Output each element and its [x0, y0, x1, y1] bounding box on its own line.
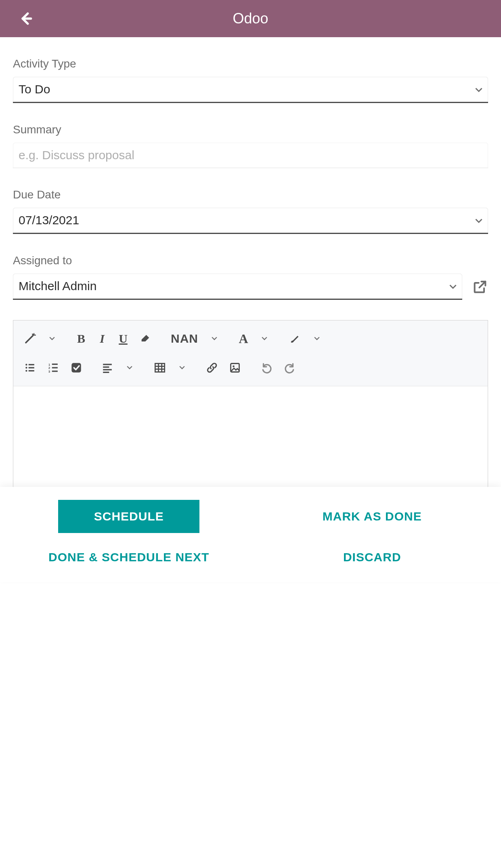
redo-icon[interactable]: [278, 357, 302, 379]
unordered-list-icon[interactable]: [18, 357, 42, 379]
svg-point-4: [25, 370, 27, 371]
app-header: Odoo: [0, 0, 501, 37]
svg-rect-12: [71, 363, 81, 372]
svg-rect-11: [52, 371, 58, 372]
due-date-select[interactable]: 07/13/2021: [13, 208, 488, 234]
svg-rect-1: [29, 364, 34, 365]
assigned-to-label: Assigned to: [13, 254, 488, 267]
italic-icon[interactable]: I: [92, 328, 113, 350]
link-icon[interactable]: [201, 357, 223, 379]
svg-point-0: [25, 364, 27, 365]
svg-text:3: 3: [48, 370, 50, 373]
svg-rect-3: [29, 367, 34, 368]
page-title: Odoo: [233, 10, 268, 27]
chevron-down-icon[interactable]: [204, 328, 225, 350]
magic-wand-icon[interactable]: [18, 328, 42, 350]
schedule-button[interactable]: SCHEDULE: [58, 500, 199, 533]
done-and-schedule-next-button[interactable]: DONE & SCHEDULE NEXT: [48, 549, 209, 566]
activity-type-label: Activity Type: [13, 57, 488, 70]
rich-text-editor: B I U NAN A: [13, 320, 488, 512]
svg-rect-16: [103, 372, 109, 373]
mark-as-done-button[interactable]: MARK AS DONE: [323, 510, 422, 523]
brush-icon[interactable]: [283, 328, 306, 350]
summary-label: Summary: [13, 123, 488, 136]
bold-icon[interactable]: B: [71, 328, 92, 350]
svg-rect-14: [103, 367, 109, 368]
svg-rect-15: [103, 369, 112, 370]
footer-actions: SCHEDULE MARK AS DONE DONE & SCHEDULE NE…: [0, 487, 501, 582]
svg-point-2: [25, 367, 27, 369]
due-date-field-group: Due Date 07/13/2021: [13, 188, 488, 234]
underline-icon[interactable]: U: [113, 328, 134, 350]
due-date-label: Due Date: [13, 188, 488, 201]
external-link-icon[interactable]: [472, 279, 488, 295]
summary-field-group: Summary: [13, 123, 488, 168]
svg-text:2: 2: [48, 366, 50, 370]
svg-rect-7: [52, 364, 58, 365]
assigned-to-field-group: Assigned to Mitchell Admin: [13, 254, 488, 300]
font-color-icon[interactable]: A: [233, 328, 254, 350]
chevron-down-icon[interactable]: [119, 357, 140, 379]
discard-button[interactable]: DISCARD: [343, 550, 401, 564]
svg-rect-5: [29, 370, 34, 371]
chevron-down-icon[interactable]: [254, 328, 275, 350]
chevron-down-icon[interactable]: [42, 328, 63, 350]
activity-type-select[interactable]: To Do: [13, 77, 488, 103]
image-icon[interactable]: [223, 357, 247, 379]
assigned-to-select[interactable]: Mitchell Admin: [13, 274, 462, 300]
activity-form: Activity Type To Do Summary Due Date 07/…: [0, 37, 501, 512]
chevron-down-icon[interactable]: [172, 357, 193, 379]
svg-point-23: [233, 365, 235, 367]
svg-text:1: 1: [48, 363, 50, 367]
back-arrow-icon[interactable]: [18, 11, 34, 26]
svg-rect-13: [103, 364, 112, 365]
table-icon[interactable]: [148, 357, 172, 379]
svg-rect-17: [155, 364, 164, 372]
summary-input[interactable]: [13, 143, 488, 168]
editor-toolbar: B I U NAN A: [13, 320, 488, 386]
align-icon[interactable]: [96, 357, 119, 379]
svg-rect-9: [52, 367, 58, 368]
ordered-list-icon[interactable]: 123: [42, 357, 65, 379]
font-name-select[interactable]: NAN: [165, 328, 204, 350]
eraser-icon[interactable]: [134, 328, 157, 350]
chevron-down-icon[interactable]: [306, 328, 327, 350]
checklist-icon[interactable]: [65, 357, 88, 379]
activity-type-field-group: Activity Type To Do: [13, 57, 488, 103]
undo-icon[interactable]: [255, 357, 278, 379]
